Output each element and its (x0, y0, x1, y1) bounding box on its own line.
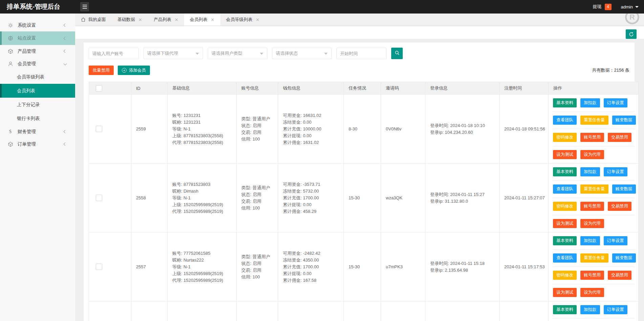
action-button[interactable]: 设为测试 (553, 150, 577, 159)
action-button[interactable]: 加扣款 (580, 305, 600, 314)
account-search-input[interactable] (89, 48, 139, 59)
chevron-down-icon (635, 6, 639, 8)
wallet-info-cell: 可用资金: -2482.42冻结资金: 4350.00累计充值: 1700.00… (283, 250, 341, 284)
action-button[interactable]: 设为代理 (580, 288, 604, 297)
home-icon (81, 17, 86, 22)
action-button[interactable]: 交易禁用 (608, 202, 631, 211)
add-member-button[interactable]: 添加会员 (118, 66, 150, 75)
close-icon[interactable]: ✕ (211, 17, 215, 22)
search-button[interactable] (391, 48, 403, 59)
row-checkbox[interactable] (96, 195, 102, 201)
sidebar-item-product-management[interactable]: 产品管理 (0, 45, 75, 57)
basic-info-cell: 账号: 87781523803昵称: Dimash等级: N-1上级: 1520… (172, 181, 234, 215)
cell-line: 类型: 普通用户 (241, 184, 275, 191)
tab-basic-data[interactable]: 基础数据 ✕ (112, 14, 148, 26)
sidebar-item-score-records[interactable]: 上下分记录 (0, 98, 75, 112)
action-button[interactable]: 设为测试 (553, 288, 577, 297)
sidebar-item-member-level-list[interactable]: 会员等级列表 (0, 70, 75, 84)
cell-line: 可用资金: -2482.42 (283, 250, 341, 257)
action-button[interactable]: 账变数据 (612, 253, 636, 263)
sidebar-item-system-settings[interactable]: 系统设置 (0, 19, 75, 31)
close-icon[interactable]: ✕ (175, 17, 178, 22)
action-line: 设为测试设为代理 (553, 146, 635, 163)
hamburger-menu-icon[interactable] (80, 2, 89, 11)
action-button[interactable]: 查看团队 (553, 116, 577, 125)
action-button[interactable]: 基本资料 (553, 98, 577, 107)
sidebar-item-member-list[interactable]: 会员列表 (0, 84, 75, 98)
action-button[interactable]: 账号禁用 (580, 133, 604, 142)
action-button[interactable]: 密码修改 (553, 133, 577, 142)
action-button[interactable]: 基本资料 (553, 305, 577, 314)
tab-member-level-list[interactable]: 会员等级列表 ✕ (220, 14, 265, 26)
action-button[interactable]: 重置任务量 (580, 253, 608, 263)
withdraw-count-badge: 4 (605, 4, 612, 10)
user-type-select[interactable]: 请选择用户类型 (208, 48, 267, 59)
sidebar-item-order-management[interactable]: 订单管理 (0, 138, 75, 150)
status-select[interactable]: 请选择状态 (272, 48, 332, 59)
action-button[interactable]: 查看团队 (553, 184, 577, 194)
action-button[interactable]: 订单设置 (604, 236, 627, 245)
cell-line: 账号: 87781523803 (172, 181, 234, 188)
agent-select[interactable]: 请选择下级代理 (143, 48, 203, 59)
actions-cell: 基本资料加扣款订单设置查看团队重置任务量账变数据密码修改账号禁用交易禁用设为测试… (553, 232, 635, 301)
tab-member-list[interactable]: 会员列表 ✕ (184, 14, 220, 26)
column-header-wallet-info: 钱包信息 (278, 82, 344, 95)
column-header-invite-code: 邀请码 (381, 82, 425, 95)
cell-line: 上级: 15202595989(2519) (172, 270, 234, 277)
add-member-label: 添加会员 (129, 68, 146, 73)
sidebar-item-finance-management[interactable]: $ 财务管理 (0, 125, 75, 138)
action-button[interactable]: 订单设置 (604, 305, 627, 314)
register-time: 2024-01-18 09:51:56 (504, 126, 545, 131)
sidebar-item-member-management[interactable]: 会员管理 (0, 57, 75, 70)
action-button[interactable]: 账号禁用 (580, 202, 604, 211)
action-button[interactable]: 重置任务量 (580, 184, 608, 194)
action-button[interactable]: 订单设置 (604, 98, 627, 107)
action-button[interactable]: 交易禁用 (608, 271, 631, 280)
member-id: 2558 (136, 195, 146, 200)
app-title: 排单系统-管理后台 (0, 2, 75, 11)
chevron-left-icon (64, 24, 67, 27)
main-content: 我的桌面 基础数据 ✕ 产品列表 ✕ 会员列表 ✕ 会员等级列表 ✕ (75, 14, 644, 321)
withdraw-link[interactable]: 提现 4 (593, 4, 612, 10)
row-checkbox[interactable] (96, 126, 102, 132)
action-button[interactable]: 重置任务量 (580, 116, 608, 125)
action-button[interactable]: 密码修改 (553, 271, 577, 280)
column-header-basic-info: 基础信息 (168, 82, 237, 95)
batch-disable-button[interactable]: 批量禁用 (89, 66, 114, 75)
close-icon[interactable]: ✕ (256, 17, 260, 22)
action-button[interactable]: 设为代理 (580, 219, 604, 228)
tab-my-desktop[interactable]: 我的桌面 (75, 14, 112, 26)
cell-line: 昵称: Dimash (172, 188, 234, 195)
cell-line: 累计提现: 0.00 (283, 201, 341, 208)
user-menu[interactable]: admin (621, 4, 639, 9)
action-button[interactable]: 账变数据 (612, 184, 636, 194)
close-icon[interactable]: ✕ (138, 17, 142, 22)
action-button[interactable]: 基本资料 (553, 236, 577, 245)
action-button[interactable]: 设为代理 (580, 150, 604, 159)
action-button[interactable]: 查看团队 (553, 253, 577, 263)
select-placeholder: 请选择状态 (276, 50, 298, 56)
sidebar-item-site-settings[interactable]: 站点设置 (0, 31, 75, 45)
sidebar-item-bank-card-list[interactable]: 银行卡列表 (0, 112, 75, 125)
action-button[interactable]: 密码修改 (553, 202, 577, 211)
select-all-checkbox[interactable] (96, 85, 102, 92)
chevron-down-icon (64, 62, 67, 66)
refresh-button[interactable] (626, 29, 637, 39)
row-checkbox[interactable] (96, 264, 102, 270)
action-button[interactable]: 加扣款 (580, 98, 600, 107)
action-button[interactable]: 设为测试 (553, 219, 577, 228)
action-button[interactable]: 加扣款 (580, 167, 600, 176)
tab-product-list[interactable]: 产品列表 ✕ (148, 14, 184, 26)
action-button[interactable]: 订单设置 (604, 167, 627, 176)
start-time-input[interactable] (336, 48, 386, 59)
sidebar-item-label: 财务管理 (18, 129, 36, 135)
action-button[interactable]: 账号禁用 (580, 271, 604, 280)
cell-line: 昵称: Nurtas222 (172, 257, 234, 264)
action-button[interactable]: 交易禁用 (608, 133, 631, 142)
cell-line: 信用: 100 (241, 274, 275, 280)
action-button[interactable]: 基本资料 (553, 167, 577, 176)
cell-line: 登录ip: 31.132.80.0 (430, 198, 496, 205)
action-button[interactable]: 加扣款 (580, 236, 600, 245)
action-button[interactable]: 账变数据 (612, 116, 636, 125)
register-time: 2024-01-11 15:27:07 (504, 195, 545, 200)
